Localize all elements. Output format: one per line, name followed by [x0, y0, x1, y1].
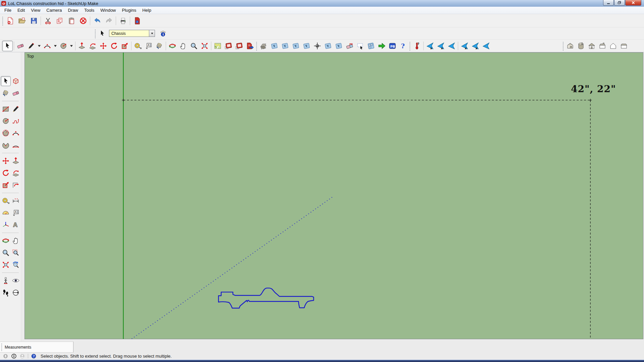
- minimize-button[interactable]: [603, 0, 614, 6]
- wedge-button-4[interactable]: x: [459, 41, 470, 51]
- previous-view-tool[interactable]: [11, 260, 21, 270]
- dimension-tool[interactable]: [11, 196, 21, 206]
- line-tool-dropdown[interactable]: [37, 41, 42, 51]
- close-button[interactable]: [625, 0, 641, 6]
- menu-plugins[interactable]: Plugins: [119, 7, 140, 13]
- zoom-window-tool[interactable]: [11, 248, 21, 258]
- redo-button[interactable]: [103, 15, 115, 26]
- look-around-tool[interactable]: [11, 276, 21, 286]
- help-button[interactable]: ?: [30, 353, 37, 359]
- print-button[interactable]: [117, 15, 129, 26]
- new-button[interactable]: [4, 15, 16, 26]
- geolocation-button[interactable]: [2, 353, 9, 359]
- rotate-tool-button[interactable]: [109, 41, 119, 51]
- plugin-button-2[interactable]: [269, 41, 280, 51]
- panel-drag-handle[interactable]: [1, 343, 3, 351]
- arc2-tool[interactable]: [11, 140, 21, 150]
- erase-button[interactable]: [77, 15, 89, 26]
- rotate-tool[interactable]: [1, 168, 11, 178]
- view-left-button[interactable]: [619, 41, 629, 51]
- undo-button[interactable]: [91, 15, 103, 26]
- circle-tool-button[interactable]: [58, 41, 69, 51]
- wedge-button-1[interactable]: x: [425, 41, 435, 51]
- export-button[interactable]: [245, 41, 255, 51]
- tape-measure-button[interactable]: [132, 41, 143, 51]
- menu-edit[interactable]: Edit: [14, 7, 28, 13]
- paint-bucket-tool[interactable]: [1, 88, 11, 98]
- title-bar[interactable]: LoL Chassis construction hid - SketchUp …: [0, 0, 644, 7]
- open-button[interactable]: [16, 15, 28, 26]
- layer-dropdown-button[interactable]: [149, 30, 155, 37]
- arc-tool[interactable]: [11, 128, 21, 138]
- toolbar-drag-handle[interactable]: [2, 16, 3, 25]
- move-tool-button[interactable]: [98, 41, 109, 51]
- plugin-button-1[interactable]: [258, 41, 269, 51]
- walk-tool[interactable]: [1, 288, 11, 298]
- section-plane-tool[interactable]: [11, 288, 21, 298]
- make-component-tool[interactable]: [11, 76, 21, 86]
- layer-combobox[interactable]: Chassis: [109, 30, 155, 37]
- tape-measure-tool[interactable]: [1, 196, 11, 206]
- 3d-text-tool[interactable]: A: [11, 220, 21, 230]
- wedge-button-2[interactable]: x: [435, 41, 446, 51]
- chassis-outline[interactable]: [218, 288, 314, 308]
- paste-button[interactable]: [65, 15, 77, 26]
- wedge-button-5[interactable]: x: [470, 41, 481, 51]
- circle-tool[interactable]: [1, 116, 11, 126]
- text-tool[interactable]: A1: [11, 208, 21, 218]
- menu-draw[interactable]: Draw: [65, 7, 81, 13]
- zoom-extents-button[interactable]: [199, 41, 210, 51]
- circle-tool-dropdown[interactable]: [69, 41, 74, 51]
- paint-bucket-button[interactable]: [154, 41, 165, 51]
- pushpull-tool[interactable]: [11, 156, 21, 166]
- view-front-button[interactable]: [586, 41, 597, 51]
- menu-tools[interactable]: Tools: [81, 7, 97, 13]
- plugin-button-7[interactable]: [323, 41, 333, 51]
- wedge-button-6[interactable]: [481, 41, 491, 51]
- zoom-tool-button[interactable]: [189, 41, 199, 51]
- zoom-tool[interactable]: [1, 248, 11, 258]
- move-tool[interactable]: [1, 156, 11, 166]
- model-info-button[interactable]: [131, 15, 143, 26]
- rectangle-tool[interactable]: [1, 104, 11, 114]
- drawing-canvas[interactable]: Top 42", 22": [24, 52, 643, 339]
- menu-file[interactable]: File: [1, 7, 14, 13]
- position-camera-tool[interactable]: [1, 276, 11, 286]
- arc-tool-dropdown[interactable]: [53, 41, 58, 51]
- instructor-tool-button[interactable]: ?: [412, 41, 422, 51]
- freehand-tool[interactable]: [11, 116, 21, 126]
- photo-textures-button[interactable]: [223, 41, 234, 51]
- eraser-tool[interactable]: [11, 88, 21, 98]
- zoom-extents-tool[interactable]: [1, 260, 11, 270]
- orbit-tool[interactable]: [1, 236, 11, 246]
- plugin-button-6[interactable]: [312, 41, 323, 51]
- axes-tool[interactable]: [1, 220, 11, 230]
- toolbar-drag-handle[interactable]: [94, 29, 96, 38]
- pie-tool[interactable]: [1, 140, 11, 150]
- credits-button[interactable]: [10, 353, 17, 359]
- toolbar-drag-handle[interactable]: [409, 41, 411, 51]
- plugin-button-4[interactable]: [290, 41, 301, 51]
- view-back-button[interactable]: [608, 41, 619, 51]
- menu-camera[interactable]: Camera: [43, 7, 65, 13]
- measurements-value[interactable]: [31, 342, 73, 352]
- plugin-button-10[interactable]: [355, 41, 366, 51]
- plugin-button-3[interactable]: [280, 41, 290, 51]
- view-top-button[interactable]: [576, 41, 586, 51]
- select-tool-button[interactable]: [2, 41, 13, 51]
- plugin-button-12[interactable]: [376, 41, 387, 51]
- pan-tool[interactable]: [11, 236, 21, 246]
- plugin-button-5[interactable]: [301, 41, 312, 51]
- eraser-tool-button[interactable]: [15, 41, 26, 51]
- followme-tool-button[interactable]: [87, 41, 98, 51]
- plugin-help-button[interactable]: ?: [398, 41, 409, 51]
- view-iso-button[interactable]: [565, 41, 576, 51]
- toolbar-drag-handle[interactable]: [562, 41, 564, 51]
- plugin-button-9[interactable]: PB: [344, 41, 355, 51]
- cut-button[interactable]: [42, 15, 54, 26]
- sign-in-button[interactable]: [19, 353, 25, 359]
- text-tool-button[interactable]: A1: [143, 41, 154, 51]
- line-tool-button[interactable]: [26, 41, 37, 51]
- arc-tool-button[interactable]: [42, 41, 53, 51]
- scale-tool[interactable]: [1, 180, 11, 190]
